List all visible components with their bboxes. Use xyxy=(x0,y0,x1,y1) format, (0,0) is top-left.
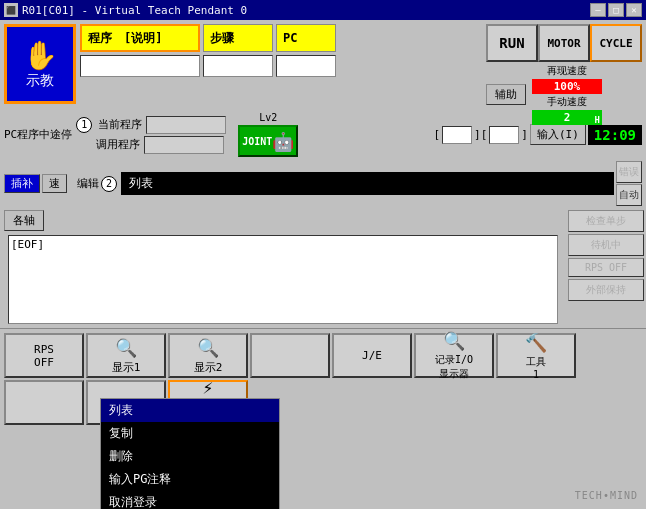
teach-label: 示教 xyxy=(26,72,54,90)
tool-button[interactable]: 🔨 工具1 xyxy=(496,333,576,378)
show1-label: 显示1 xyxy=(112,360,141,375)
call-prog-label: 调用程序 xyxy=(96,137,140,152)
speed-area: 再现速度 100% 手动速度 2 H xyxy=(532,64,602,125)
program-label-box: 程序 [说明] xyxy=(80,24,200,52)
show2-button[interactable]: 🔍 显示2 xyxy=(168,333,248,378)
program-input-row xyxy=(80,55,482,77)
call-prog-input[interactable] xyxy=(144,136,224,154)
dropdown-menu[interactable]: 列表 复制 删除 输入PG注释 取消登录 重命名 显示内容 xyxy=(100,398,280,509)
watermark: TECH•MIND xyxy=(575,490,638,501)
motor-button[interactable]: MOTOR xyxy=(538,24,590,62)
program-label: 程序 [说明] xyxy=(88,30,162,47)
rps-off-bottom-button[interactable]: RPSOFF xyxy=(4,333,84,378)
auto-button[interactable]: 自动 xyxy=(616,184,642,206)
title-controls: – □ ✕ xyxy=(590,3,642,17)
dropdown-item-input-comment[interactable]: 输入PG注释 xyxy=(101,468,279,491)
record-label: 记录I/O显示器 xyxy=(435,353,473,381)
rps-off-button[interactable]: RPS OFF xyxy=(568,258,644,277)
dropdown-item-cancel[interactable]: 取消登录 xyxy=(101,491,279,509)
dropdown-item-delete[interactable]: 删除 xyxy=(101,445,279,468)
edit-label: 编辑 xyxy=(77,176,99,191)
show2-label: 显示2 xyxy=(194,360,223,375)
time-display: 12:09 xyxy=(588,125,642,145)
bracket-input-right[interactable] xyxy=(489,126,519,144)
step-label-box: 步骤 xyxy=(203,24,273,52)
pc-label-box: PC xyxy=(276,24,336,52)
lv2-label: Lv2 xyxy=(259,112,277,123)
manual-speed-bar: 2 H xyxy=(532,110,602,125)
close-button[interactable]: ✕ xyxy=(626,3,642,17)
empty-btn-2[interactable] xyxy=(4,380,84,425)
dropdown-selected[interactable]: 列表 xyxy=(121,172,614,195)
nyuryoku-button[interactable]: 输入(I) xyxy=(530,124,586,145)
wait-button[interactable]: 待机中 xyxy=(568,234,644,256)
show2-icon: 🔍 xyxy=(197,337,219,358)
je-button[interactable]: J/E xyxy=(332,333,412,378)
minimize-button[interactable]: – xyxy=(590,3,606,17)
tool-label: 工具1 xyxy=(526,355,546,380)
current-prog-input[interactable] xyxy=(146,116,226,134)
code-area: [EOF] xyxy=(8,235,558,324)
assist-button[interactable]: 辅助 xyxy=(486,84,526,105)
window-title: R01[C01] - Virtual Teach Pendant 0 xyxy=(22,4,247,17)
cycle-button[interactable]: CYCLE xyxy=(590,24,642,62)
current-prog-row: 1 当前程序 xyxy=(76,116,226,134)
circle-2: 2 xyxy=(101,176,117,192)
sashikomi-row: 插补 速 编辑 2 列表 错误 自动 xyxy=(0,159,646,208)
title-icon: ⬛ xyxy=(4,3,18,17)
rps-label: RPSOFF xyxy=(34,343,54,369)
show1-icon: 🔍 xyxy=(115,337,137,358)
dropdown-item-list[interactable]: 列表 xyxy=(101,399,279,422)
run-motor-cycle-row: RUN MOTOR CYCLE xyxy=(486,24,642,62)
maximize-button[interactable]: □ xyxy=(608,3,624,17)
joint-button[interactable]: JOINT 🤖 xyxy=(238,125,298,157)
pc-label: PC xyxy=(283,31,297,45)
right-sidebar: 检查单步 待机中 RPS OFF 外部保持 xyxy=(566,208,646,328)
kakuiku-button[interactable]: 各轴 xyxy=(4,210,44,231)
pc-input[interactable] xyxy=(276,55,336,77)
record-button[interactable]: 🔍 记录I/O显示器 xyxy=(414,333,494,378)
speed-h-label: H xyxy=(595,115,600,125)
hold-button[interactable]: 外部保持 xyxy=(568,279,644,301)
current-prog-label: 当前程序 xyxy=(98,117,142,132)
manual-speed-label: 手动速度 xyxy=(532,95,602,109)
lv2-area: Lv2 xyxy=(259,112,277,123)
check-step-button[interactable]: 检查单步 xyxy=(568,210,644,232)
circle-1: 1 xyxy=(76,117,92,133)
step-input[interactable] xyxy=(203,55,273,77)
sokudo-button[interactable]: 速 xyxy=(42,174,67,193)
program-input[interactable] xyxy=(80,55,200,77)
program-row: 程序 [说明] 步骤 PC xyxy=(80,24,482,52)
manual-signal-icon: ⚡ xyxy=(203,377,214,398)
pc-stop-label: PC程序中途停 xyxy=(4,127,72,142)
call-prog-row: 调用程序 xyxy=(76,136,226,154)
step-label: 步骤 xyxy=(210,30,234,47)
fukugen-speed-label: 再现速度 xyxy=(532,64,602,78)
sashikomi-button[interactable]: 插补 xyxy=(4,174,40,193)
top-bar: ✋ 示教 程序 [说明] 步骤 PC RUN MOTO xyxy=(0,20,646,110)
bracket-input-left[interactable] xyxy=(442,126,472,144)
empty-btn-1[interactable] xyxy=(250,333,330,378)
je-label: J/E xyxy=(362,349,382,362)
fukugen-speed-bar: 100% xyxy=(532,79,602,94)
show1-button[interactable]: 🔍 显示1 xyxy=(86,333,166,378)
record-icon: 🔍 xyxy=(443,330,465,351)
tool-icon: 🔨 xyxy=(525,332,547,353)
run-button[interactable]: RUN xyxy=(486,24,538,62)
teach-button[interactable]: ✋ 示教 xyxy=(4,24,76,104)
bottom-toolbar: RPSOFF 🔍 显示1 🔍 显示2 J/E 🔍 记录I/O显示器 🔨 工具1 … xyxy=(0,328,646,433)
dropdown-item-copy[interactable]: 复制 xyxy=(101,422,279,445)
error-button[interactable]: 错误 xyxy=(616,161,642,183)
title-bar: ⬛ R01[C01] - Virtual Teach Pendant 0 – □… xyxy=(0,0,646,20)
teach-hand-icon: ✋ xyxy=(23,39,58,72)
current-prog-area: 1 当前程序 调用程序 xyxy=(76,116,226,154)
program-area: 程序 [说明] 步骤 PC xyxy=(80,24,482,106)
